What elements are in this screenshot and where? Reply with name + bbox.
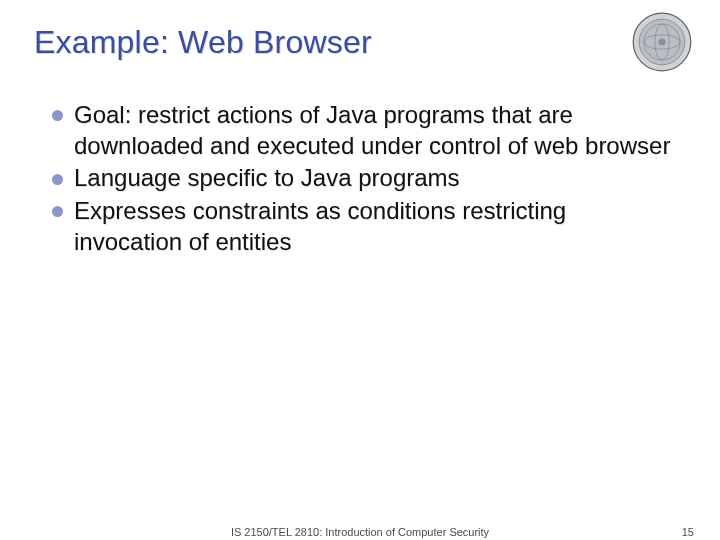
body-text: Goal: restrict actions of Java programs … bbox=[52, 100, 676, 260]
list-item: Expresses constraints as conditions rest… bbox=[52, 196, 676, 257]
footer-page-number: 15 bbox=[682, 526, 694, 538]
page-title: Example: Web Browser bbox=[34, 24, 372, 61]
footer-course: IS 2150/TEL 2810: Introduction of Comput… bbox=[231, 526, 489, 538]
list-item: Language specific to Java programs bbox=[52, 163, 676, 194]
seal-logo bbox=[632, 12, 692, 72]
svg-point-5 bbox=[658, 38, 665, 45]
slide: Example: Web Browser Goal: restrict acti… bbox=[0, 0, 720, 540]
list-item: Goal: restrict actions of Java programs … bbox=[52, 100, 676, 161]
